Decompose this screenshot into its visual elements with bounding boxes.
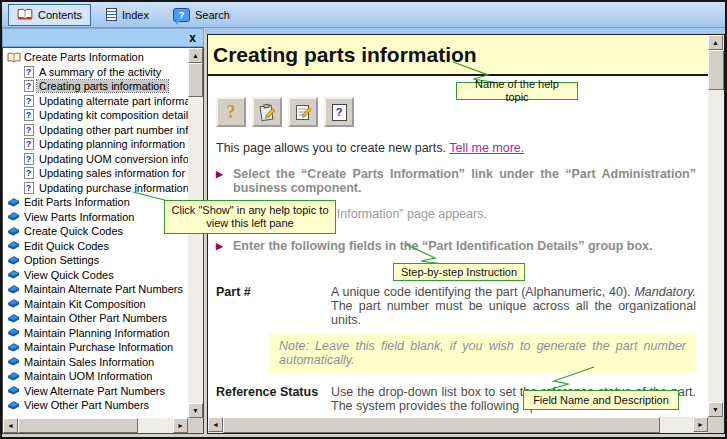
- notes-button[interactable]: [252, 97, 282, 127]
- tree-item-label: Updating planning information for: [37, 138, 188, 150]
- tree-item[interactable]: Maintain Kit Composition: [3, 297, 188, 312]
- tree-item[interactable]: Maintain UOM Information: [3, 369, 188, 384]
- scroll-left-button[interactable]: ◄: [208, 417, 223, 432]
- field-description-text: A unique code identifying the part (Alph…: [331, 285, 634, 299]
- tree-item[interactable]: ?Updating other part number inform: [3, 123, 188, 138]
- tree-item-label: Edit Quick Codes: [22, 240, 111, 252]
- tree-item[interactable]: ?Creating parts information: [3, 79, 188, 94]
- tree-item[interactable]: ?Updating kit composition details fo: [3, 108, 188, 123]
- page-pencil-icon: [294, 103, 313, 122]
- tree-item-label: Maintain Sales Information: [22, 356, 156, 368]
- scrollbar-thumb[interactable]: [18, 418, 138, 433]
- tell-me-more-link[interactable]: Tell me more.: [449, 141, 524, 155]
- book-icon: [5, 385, 22, 396]
- tree-item[interactable]: ?Updating sales information for a p: [3, 166, 188, 181]
- book-icon: [5, 226, 22, 237]
- tab-search[interactable]: ? Search: [164, 4, 239, 26]
- field-name: Part #: [216, 285, 331, 327]
- tree-item-label: Updating purchase information: [37, 182, 188, 194]
- step-item: ▶ Enter the following fields in the “Par…: [216, 239, 698, 254]
- intro-text: This page allows you to create new parts…: [216, 141, 449, 155]
- tree-item[interactable]: ?Updating alternate part informatio: [3, 94, 188, 109]
- tree-item[interactable]: ?A summary of the activity: [3, 65, 188, 80]
- close-pane-button[interactable]: x: [189, 32, 196, 44]
- help-page-icon: ?: [20, 66, 37, 78]
- tree-item-label: Maintain Planning Information: [22, 327, 172, 339]
- help-viewer-window: Contents Index ? Search x Create Parts I…: [0, 0, 727, 439]
- scroll-down-button[interactable]: ▼: [708, 402, 723, 417]
- book-icon: [5, 371, 22, 382]
- scrollbar-track[interactable]: [223, 417, 693, 433]
- contents-book-icon: [17, 8, 33, 21]
- tab-contents-label: Contents: [38, 9, 82, 21]
- callout-click-show: Click "Show" in any help topic to view t…: [164, 200, 336, 234]
- tree-item[interactable]: View Other Part Numbers: [3, 398, 188, 413]
- tree-item[interactable]: View Quick Codes: [3, 268, 188, 283]
- scroll-down-button[interactable]: ▼: [188, 403, 203, 418]
- field-description: A unique code identifying the part (Alph…: [331, 285, 698, 327]
- book-icon: [5, 400, 22, 411]
- tree-item[interactable]: Maintain Planning Information: [3, 326, 188, 341]
- tree-item[interactable]: Create Quick Codes: [3, 224, 188, 239]
- help-page-icon: ?: [20, 95, 37, 107]
- scrollbar-thumb[interactable]: [223, 417, 660, 433]
- tree-item-label: Create Quick Codes: [22, 225, 125, 237]
- topic-horizontal-scrollbar[interactable]: ◄ ►: [208, 417, 708, 433]
- tree-item-label: Create Parts Information: [22, 51, 146, 63]
- book-icon: [5, 255, 22, 266]
- tree-item[interactable]: Edit Quick Codes: [3, 239, 188, 254]
- help-button[interactable]: ?: [216, 97, 246, 127]
- contents-pane-header: x: [2, 28, 204, 47]
- tree-item[interactable]: View Parts Information: [3, 210, 188, 225]
- page-title: Creating parts information: [208, 35, 708, 76]
- note-box: Note: Leave this field blank, if you wis…: [269, 333, 696, 373]
- topic-vertical-scrollbar[interactable]: ▲ ▼: [708, 35, 724, 417]
- tree-item-label: View Quick Codes: [22, 269, 116, 281]
- book-icon: [5, 327, 22, 338]
- tab-search-label: Search: [195, 9, 230, 21]
- scrollbar-thumb[interactable]: [708, 50, 724, 90]
- scroll-up-button[interactable]: ▲: [188, 48, 203, 63]
- scroll-left-button[interactable]: ◄: [3, 418, 18, 433]
- help-page-icon: ?: [20, 109, 37, 121]
- step-text: Select the “Create Parts Information” li…: [233, 167, 696, 195]
- help-page-icon: ?: [20, 167, 37, 179]
- tree-item[interactable]: Maintain Purchase Information: [3, 340, 188, 355]
- tree-item[interactable]: ?Updating UOM conversion informa: [3, 152, 188, 167]
- tree-item[interactable]: ?Updating purchase information: [3, 181, 188, 196]
- scroll-right-button[interactable]: ►: [693, 417, 708, 432]
- clipboard-pencil-icon: [258, 103, 277, 122]
- help-page-icon: ?: [20, 153, 37, 165]
- context-help-button[interactable]: ?: [324, 97, 354, 127]
- edit-page-button[interactable]: [288, 97, 318, 127]
- step-bullet-icon: ▶: [216, 167, 224, 195]
- book-icon: [5, 197, 22, 208]
- tree-item-label: A summary of the activity: [37, 66, 163, 78]
- tree-item[interactable]: Create Parts Information: [3, 50, 188, 65]
- book-icon: [5, 240, 22, 251]
- tree-item[interactable]: ?Updating planning information for: [3, 137, 188, 152]
- tree-item[interactable]: Edit Parts Information: [3, 195, 188, 210]
- tree-item-label: Maintain Alternate Part Numbers: [22, 283, 185, 295]
- scroll-up-button[interactable]: ▲: [708, 35, 723, 50]
- tree-item-label: Updating sales information for a p: [37, 167, 188, 179]
- scrollbar-thumb[interactable]: [188, 63, 203, 97]
- tab-index[interactable]: Index: [97, 4, 158, 26]
- tree-item[interactable]: Maintain Sales Information: [3, 355, 188, 370]
- tab-contents[interactable]: Contents: [8, 4, 91, 26]
- tree-item-label: Maintain Purchase Information: [22, 341, 175, 353]
- tree-horizontal-scrollbar[interactable]: ◄ ►: [3, 418, 188, 433]
- tree-item[interactable]: View Alternate Part Numbers: [3, 384, 188, 399]
- scroll-right-button[interactable]: ►: [173, 418, 188, 433]
- tree-item-label: Option Settings: [22, 254, 101, 266]
- topic-button-row: ? ?: [216, 97, 698, 127]
- tree-item[interactable]: Maintain Other Part Numbers: [3, 311, 188, 326]
- book-icon: [5, 284, 22, 295]
- tree-item[interactable]: Option Settings: [3, 253, 188, 268]
- tree-item[interactable]: Maintain Alternate Part Numbers: [3, 282, 188, 297]
- callout-field-name-description: Field Name and Description: [523, 390, 679, 410]
- callout-name-of-help-topic: Name of the help topic: [456, 82, 578, 100]
- topic-body: ? ? This page allows you to create new p…: [208, 76, 708, 417]
- scrollbar-track[interactable]: [708, 50, 724, 402]
- scrollbar-track[interactable]: [18, 418, 173, 433]
